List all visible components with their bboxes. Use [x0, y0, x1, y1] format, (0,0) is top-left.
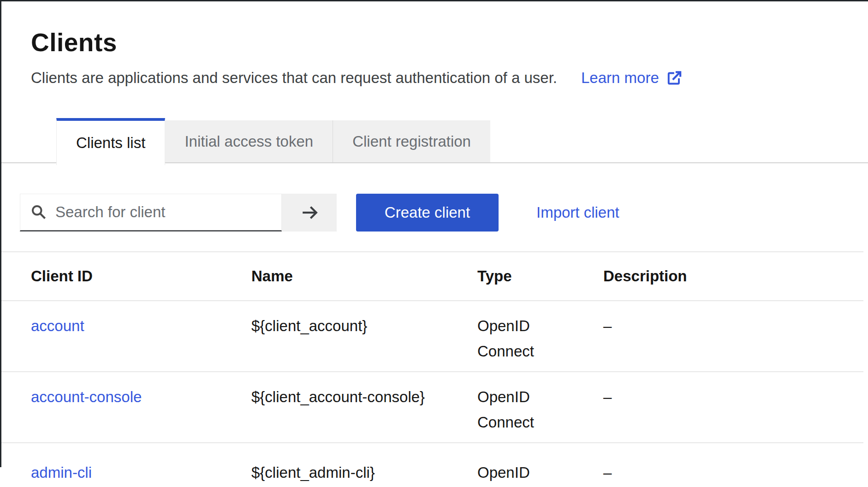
- client-id-link[interactable]: admin-cli: [31, 464, 92, 481]
- search-submit-button[interactable]: [282, 194, 337, 232]
- window-border-top: [0, 0, 868, 1]
- table-row: account-console ${client_account-console…: [0, 372, 863, 443]
- search-field: [20, 194, 282, 232]
- column-header-type: Type: [477, 267, 603, 285]
- external-link-icon: [666, 70, 682, 86]
- client-type: OpenID Connect: [477, 313, 603, 364]
- tab-client-registration-label: Client registration: [352, 133, 471, 150]
- client-id-link[interactable]: account: [31, 317, 84, 334]
- page-header: Clients Clients are applications and ser…: [31, 28, 840, 88]
- tab-clients-list-label: Clients list: [76, 134, 145, 152]
- page-title: Clients: [31, 28, 840, 57]
- column-header-description: Description: [603, 267, 863, 285]
- search-input[interactable]: [55, 203, 281, 221]
- table-header-row: Client ID Name Type Description: [0, 252, 863, 301]
- client-type: OpenID Connect: [477, 384, 603, 435]
- client-name: ${client_admin-cli}: [251, 460, 477, 485]
- client-description: –: [603, 460, 863, 485]
- client-type: OpenID Connect: [477, 460, 603, 487]
- tab-client-registration[interactable]: Client registration: [333, 120, 490, 162]
- learn-more-label: Learn more: [581, 68, 659, 88]
- tab-clients-list[interactable]: Clients list: [56, 118, 165, 165]
- client-name: ${client_account}: [251, 313, 477, 339]
- table-row: admin-cli ${client_admin-cli} OpenID Con…: [0, 443, 863, 487]
- clients-table: Client ID Name Type Description account …: [0, 251, 863, 487]
- table-row: account ${client_account} OpenID Connect…: [0, 301, 863, 372]
- page-subtitle: Clients are applications and services th…: [31, 68, 557, 88]
- column-header-name: Name: [251, 267, 477, 285]
- tab-strip: Clients list Initial access token Client…: [56, 118, 490, 165]
- clients-page: Clients Clients are applications and ser…: [0, 0, 868, 487]
- search-icon: [30, 204, 47, 220]
- client-id-link[interactable]: account-console: [31, 388, 142, 405]
- clients-toolbar: Create client Import client: [20, 194, 868, 232]
- arrow-right-icon: [299, 202, 320, 223]
- learn-more-link[interactable]: Learn more: [581, 68, 682, 88]
- create-client-button[interactable]: Create client: [356, 194, 499, 232]
- client-description: –: [603, 313, 863, 339]
- tab-initial-access-token-label: Initial access token: [184, 133, 313, 150]
- import-client-link[interactable]: Import client: [536, 194, 619, 232]
- client-description: –: [603, 384, 863, 410]
- column-header-client-id: Client ID: [31, 267, 251, 285]
- tab-initial-access-token[interactable]: Initial access token: [165, 120, 333, 162]
- window-border-left: [0, 0, 1, 467]
- client-name: ${client_account-console}: [251, 384, 477, 410]
